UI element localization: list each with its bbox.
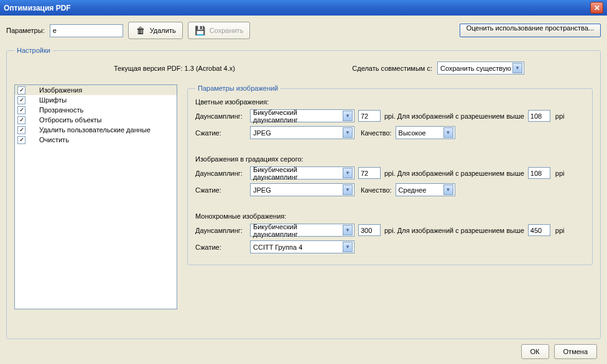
chevron-down-icon[interactable]: ▼ — [343, 111, 353, 121]
window-title: Оптимизация PDF — [4, 4, 71, 12]
gray-above-ppi[interactable] — [528, 167, 550, 179]
ppi-above-label: ppi. Для изображений с разрешением выше — [384, 112, 524, 120]
chevron-down-icon[interactable]: ▼ — [343, 168, 353, 178]
downsampling-label: Даунсамплинг: — [195, 170, 246, 177]
image-params-fieldset: Параметры изображений Цветные изображени… — [187, 84, 593, 265]
cancel-button[interactable]: Отмена — [554, 344, 597, 359]
current-version-label: Текущая версия PDF: 1.3 (Acrobat 4.x) — [114, 65, 235, 72]
compat-combo[interactable]: Сохранить существующую ▼ — [437, 61, 524, 75]
mono-compression-combo[interactable]: CCITT Группа 4 ▼ — [250, 240, 354, 253]
checkbox-icon[interactable]: ✓ — [17, 106, 25, 114]
image-params-legend: Параметры изображений — [195, 84, 280, 92]
ppi-unit: ppi — [554, 227, 565, 234]
compression-label: Сжатие: — [195, 129, 246, 137]
settings-fieldset: Настройки Текущая версия PDF: 1.3 (Acrob… — [6, 47, 601, 339]
preset-combo[interactable]: ▼ — [50, 24, 123, 37]
chevron-down-icon[interactable]: ▼ — [443, 127, 453, 138]
checkbox-icon[interactable]: ✓ — [17, 86, 25, 94]
downsampling-label: Даунсамплинг: — [195, 112, 246, 120]
settings-legend: Настройки — [14, 47, 53, 54]
category-item-transparency[interactable]: ✓ Прозрачность — [15, 105, 177, 115]
color-section: Цветные изображения: Даунсамплинг: Бикуб… — [195, 98, 585, 139]
chevron-down-icon[interactable]: ▼ — [343, 242, 353, 252]
category-item-discard-objects[interactable]: ✓ Отбросить объекты — [15, 115, 177, 125]
checkbox-icon[interactable]: ✓ — [17, 116, 25, 124]
color-target-ppi[interactable] — [358, 110, 381, 122]
mono-above-ppi[interactable] — [528, 224, 550, 236]
params-label: Параметры: — [6, 27, 45, 34]
delete-label: Удалить — [150, 27, 176, 34]
chevron-down-icon[interactable]: ▼ — [343, 127, 353, 138]
downsampling-label: Даунсамплинг: — [195, 227, 246, 234]
ppi-above-label: ppi. Для изображений с разрешением выше — [384, 227, 524, 234]
color-compression-combo[interactable]: JPEG ▼ — [250, 126, 354, 139]
quality-label: Качество: — [361, 186, 392, 194]
mono-downsample-combo[interactable]: Бикубический даунсамплинг ▼ — [250, 224, 354, 237]
quality-label: Качество: — [361, 129, 392, 137]
compression-label: Сжатие: — [195, 186, 246, 194]
gray-compression-combo[interactable]: JPEG ▼ — [250, 183, 354, 196]
preset-input[interactable] — [53, 25, 139, 36]
gray-section: Изображения в градациях серого: Даунсамп… — [195, 155, 585, 196]
category-item-images[interactable]: ✓ Изображения — [15, 85, 177, 95]
save-label: Сохранить — [210, 27, 244, 34]
ppi-unit: ppi — [554, 170, 565, 177]
close-button[interactable]: ✕ — [590, 2, 603, 14]
category-list[interactable]: ✓ Изображения ✓ Шрифты ✓ Прозрачность — [14, 84, 177, 309]
ok-button[interactable]: ОК — [521, 344, 549, 359]
color-downsample-combo[interactable]: Бикубический даунсамплинг ▼ — [250, 109, 354, 122]
chevron-down-icon[interactable]: ▼ — [343, 225, 353, 235]
titlebar: Оптимизация PDF ✕ — [0, 0, 607, 16]
audit-space-button[interactable]: Оценить использование пространства... — [460, 24, 601, 37]
compression-label: Сжатие: — [195, 243, 246, 251]
category-item-fonts[interactable]: ✓ Шрифты — [15, 95, 177, 105]
mono-title: Монохромные изображения: — [195, 212, 585, 220]
compat-value: Сохранить существующую — [440, 65, 511, 72]
category-item-discard-userdata[interactable]: ✓ Удалить пользовательские данные — [15, 125, 177, 135]
color-title: Цветные изображения: — [195, 98, 585, 106]
compat-label: Сделать совместимым с: — [352, 65, 432, 72]
ppi-unit: ppi — [554, 112, 565, 120]
gray-title: Изображения в градациях серого: — [195, 155, 585, 163]
trash-icon: 🗑 — [135, 25, 146, 36]
gray-quality-combo[interactable]: Среднее ▼ — [396, 183, 455, 196]
checkbox-icon[interactable]: ✓ — [17, 126, 25, 134]
gray-target-ppi[interactable] — [358, 167, 381, 179]
delete-button[interactable]: 🗑 Удалить — [128, 22, 183, 39]
mono-section: Монохромные изображения: Даунсамплинг: Б… — [195, 212, 585, 253]
chevron-down-icon[interactable]: ▼ — [443, 184, 453, 195]
checkbox-icon[interactable]: ✓ — [17, 96, 25, 104]
category-item-cleanup[interactable]: ✓ Очистить — [15, 135, 177, 145]
checkbox-icon[interactable]: ✓ — [17, 136, 25, 144]
save-icon: 💾 — [195, 25, 206, 36]
color-above-ppi[interactable] — [528, 110, 550, 122]
chevron-down-icon[interactable]: ▼ — [343, 184, 353, 195]
chevron-down-icon[interactable]: ▼ — [512, 63, 522, 73]
mono-target-ppi[interactable] — [358, 224, 381, 236]
save-button: 💾 Сохранить — [188, 22, 251, 39]
close-icon: ✕ — [594, 4, 600, 12]
color-quality-combo[interactable]: Высокое ▼ — [396, 126, 455, 139]
ppi-above-label: ppi. Для изображений с разрешением выше — [384, 170, 524, 177]
gray-downsample-combo[interactable]: Бикубический даунсамплинг ▼ — [250, 166, 354, 180]
